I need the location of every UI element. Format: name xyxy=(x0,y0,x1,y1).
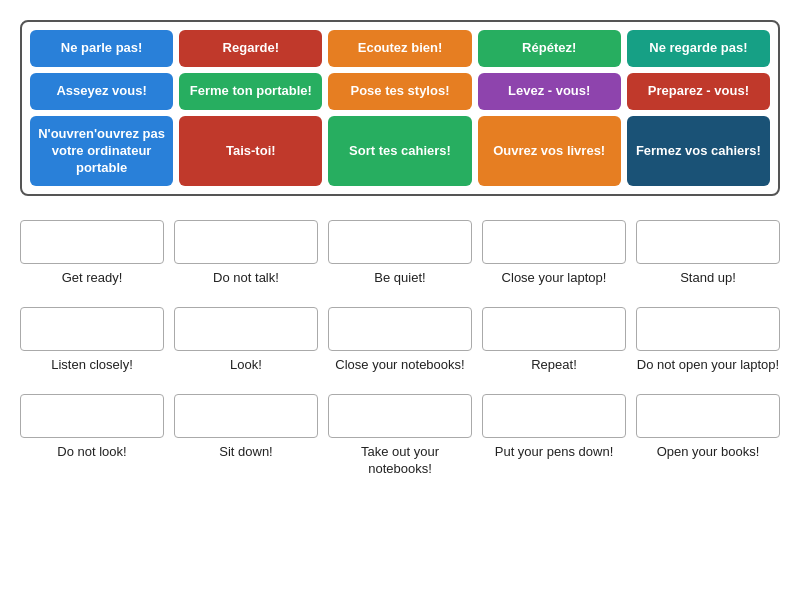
drop-open-books-label: Open your books! xyxy=(657,444,760,461)
drop-repeat-item: Repeat! xyxy=(482,307,626,374)
btn-sort-cahiers[interactable]: Sort tes cahiers! xyxy=(328,116,471,187)
btn-asseyez-vous[interactable]: Asseyez vous! xyxy=(30,73,173,110)
drop-take-out-notebooks-item: Take out your notebooks! xyxy=(328,394,472,478)
drop-no-open-laptop-box[interactable] xyxy=(636,307,780,351)
drop-put-pens-down-box[interactable] xyxy=(482,394,626,438)
drop-sit-down-label: Sit down! xyxy=(219,444,272,461)
command-button-grid: Ne parle pas!Regarde!Ecoutez bien!Répéte… xyxy=(20,20,780,196)
drop-repeat-box[interactable] xyxy=(482,307,626,351)
btn-ecoutez-bien[interactable]: Ecoutez bien! xyxy=(328,30,471,67)
drop-look-item: Look! xyxy=(174,307,318,374)
drop-listen-closely-box[interactable] xyxy=(20,307,164,351)
btn-repetez[interactable]: Répétez! xyxy=(478,30,621,67)
drop-close-notebooks-label: Close your notebooks! xyxy=(335,357,464,374)
btn-ne-regarde-pas[interactable]: Ne regarde pas! xyxy=(627,30,770,67)
drop-take-out-notebooks-label: Take out your notebooks! xyxy=(328,444,472,478)
drop-do-not-look-label: Do not look! xyxy=(57,444,126,461)
btn-preparez-vous[interactable]: Preparez - vous! xyxy=(627,73,770,110)
btn-pose-stylos[interactable]: Pose tes stylos! xyxy=(328,73,471,110)
drop-row-1: Listen closely!Look!Close your notebooks… xyxy=(20,307,780,374)
drop-close-laptop-box[interactable] xyxy=(482,220,626,264)
drop-get-ready-box[interactable] xyxy=(20,220,164,264)
drop-get-ready-item: Get ready! xyxy=(20,220,164,287)
drop-be-quiet-box[interactable] xyxy=(328,220,472,264)
drop-do-not-talk-label: Do not talk! xyxy=(213,270,279,287)
drop-close-notebooks-item: Close your notebooks! xyxy=(328,307,472,374)
btn-ne-parle-pas[interactable]: Ne parle pas! xyxy=(30,30,173,67)
drop-get-ready-label: Get ready! xyxy=(62,270,123,287)
btn-ferme-portable[interactable]: Ferme ton portable! xyxy=(179,73,322,110)
drop-do-not-talk-box[interactable] xyxy=(174,220,318,264)
drop-close-laptop-item: Close your laptop! xyxy=(482,220,626,287)
drop-sit-down-box[interactable] xyxy=(174,394,318,438)
btn-tais-toi[interactable]: Tais-toi! xyxy=(179,116,322,187)
drop-open-books-item: Open your books! xyxy=(636,394,780,478)
drop-row-2: Do not look!Sit down!Take out your noteb… xyxy=(20,394,780,478)
drop-close-laptop-label: Close your laptop! xyxy=(502,270,607,287)
btn-regarde[interactable]: Regarde! xyxy=(179,30,322,67)
drop-listen-closely-label: Listen closely! xyxy=(51,357,133,374)
btn-levez-vous[interactable]: Levez - vous! xyxy=(478,73,621,110)
drop-row-0: Get ready!Do not talk!Be quiet!Close you… xyxy=(20,220,780,287)
drop-do-not-talk-item: Do not talk! xyxy=(174,220,318,287)
drop-take-out-notebooks-box[interactable] xyxy=(328,394,472,438)
drop-put-pens-down-label: Put your pens down! xyxy=(495,444,614,461)
drop-close-notebooks-box[interactable] xyxy=(328,307,472,351)
drop-listen-closely-item: Listen closely! xyxy=(20,307,164,374)
drop-stand-up-item: Stand up! xyxy=(636,220,780,287)
drop-stand-up-box[interactable] xyxy=(636,220,780,264)
btn-nouvrez-pas[interactable]: N'ouvren'ouvrez pas votre ordinateur por… xyxy=(30,116,173,187)
drop-do-not-look-box[interactable] xyxy=(20,394,164,438)
btn-ouvrez-livres[interactable]: Ouvrez vos livres! xyxy=(478,116,621,187)
drop-look-label: Look! xyxy=(230,357,262,374)
drop-be-quiet-item: Be quiet! xyxy=(328,220,472,287)
drop-no-open-laptop-item: Do not open your laptop! xyxy=(636,307,780,374)
drop-put-pens-down-item: Put your pens down! xyxy=(482,394,626,478)
drop-do-not-look-item: Do not look! xyxy=(20,394,164,478)
drop-stand-up-label: Stand up! xyxy=(680,270,736,287)
drop-be-quiet-label: Be quiet! xyxy=(374,270,425,287)
drop-open-books-box[interactable] xyxy=(636,394,780,438)
drop-repeat-label: Repeat! xyxy=(531,357,577,374)
drop-no-open-laptop-label: Do not open your laptop! xyxy=(637,357,779,374)
btn-fermez-cahiers[interactable]: Fermez vos cahiers! xyxy=(627,116,770,187)
drop-section: Get ready!Do not talk!Be quiet!Close you… xyxy=(20,220,780,478)
drop-sit-down-item: Sit down! xyxy=(174,394,318,478)
drop-look-box[interactable] xyxy=(174,307,318,351)
